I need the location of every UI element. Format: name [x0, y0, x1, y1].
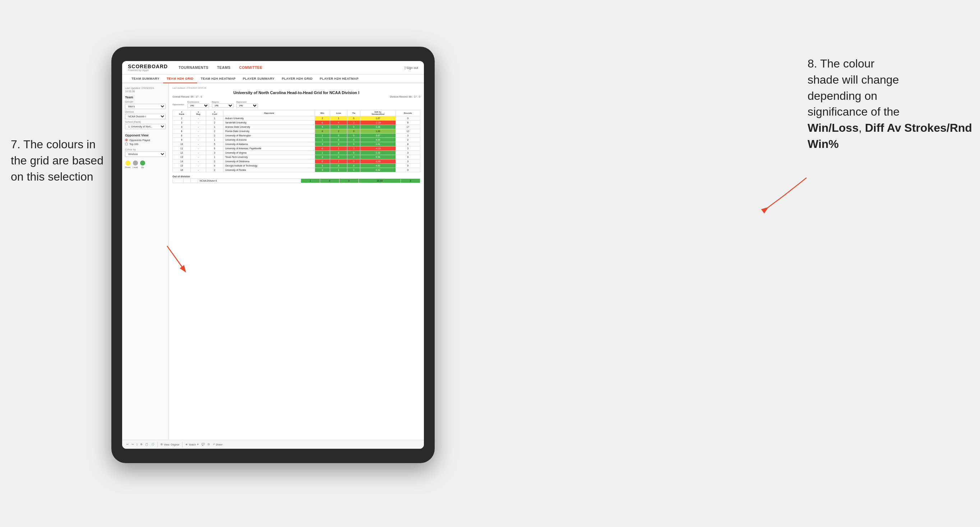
nav-committee[interactable]: COMMITTEE — [239, 64, 262, 71]
radio-top-100[interactable]: Top 100 — [125, 143, 165, 145]
cell-opponent: Vanderbilt University — [223, 121, 315, 125]
filter-row: Opponents: Conference (All) Region (All) — [172, 101, 420, 108]
cell-conf: 2 — [206, 121, 223, 125]
cell-rounds: 3 — [396, 151, 420, 155]
table-row: 13 - 1 Texas Tech University 3 0 0 5.56 … — [173, 155, 420, 159]
col-rank: #Rank — [173, 110, 191, 116]
nav-teams[interactable]: TEAMS — [217, 64, 231, 71]
division-record: Division Record: 88 - 17 - 0 — [390, 95, 420, 98]
annotation-right: 8. The colour shade will change dependin… — [808, 56, 973, 152]
cell-rank: 15 — [173, 164, 191, 168]
table-row: 15 - 4 Georgia Institute of Technology 5… — [173, 164, 420, 168]
cell-diff: 2.28 — [360, 125, 396, 129]
school-select[interactable]: 1. University of Nort... — [125, 124, 165, 129]
copy-icon[interactable]: ⧉ — [140, 443, 142, 446]
clock-icon[interactable]: 🕐 — [151, 443, 154, 446]
col-opponent: Opponent — [223, 110, 315, 116]
opponent-label: Opponent — [236, 101, 258, 103]
tab-player-h2h-grid[interactable]: PLAYER H2H GRID — [278, 75, 316, 83]
cell-loss: 0 — [330, 138, 347, 142]
cell-conf: 2 — [206, 129, 223, 133]
colour-by-select[interactable]: Win/loss — [125, 151, 165, 157]
cell-win: 1 — [315, 133, 330, 138]
cell-conf: 5 — [206, 142, 223, 146]
cell-opponent: University of Oklahoma — [223, 159, 315, 164]
redo-icon[interactable]: ↪ — [132, 443, 134, 446]
region-select[interactable]: (All) — [212, 103, 234, 108]
cell-rank: 3 — [173, 121, 191, 125]
layout-icon: ⊟ — [208, 443, 210, 446]
tab-player-summary[interactable]: PLAYER SUMMARY — [239, 75, 278, 83]
paste-icon[interactable]: 📋 — [145, 443, 148, 446]
comment-btn[interactable]: 💬 — [202, 443, 205, 446]
sign-out-link[interactable]: | Sign out — [404, 66, 418, 70]
legend-down: Down — [125, 160, 130, 168]
cell-reg: - — [191, 151, 206, 155]
cell-win: 3 — [315, 155, 330, 159]
col-rounds: Rounds — [396, 110, 420, 116]
cell-conf: 4 — [206, 164, 223, 168]
layout-btn[interactable]: ⊟ — [208, 443, 210, 446]
cell-diff: 3.67 — [360, 133, 396, 138]
share-btn[interactable]: ↗ Share — [213, 443, 223, 446]
cell-rounds: 3 — [396, 159, 420, 164]
opponent-filter: Opponent (All) — [236, 101, 258, 108]
forward-icon[interactable]: ⟩ — [137, 443, 138, 446]
main-nav: TOURNAMENTS TEAMS COMMITTEE — [178, 64, 262, 71]
tab-player-h2h-heatmap[interactable]: PLAYER H2H HEATMAP — [316, 75, 362, 83]
cell-loss: 1 — [330, 168, 347, 172]
cell-rounds: 9 — [396, 168, 420, 172]
cell-opponent: University of Washington — [223, 133, 315, 138]
division-select[interactable]: NCAA Division I — [125, 114, 165, 119]
logo-main-text: SCOREBOARD — [128, 64, 168, 69]
tab-team-h2h-grid[interactable]: TEAM H2H GRID — [163, 75, 197, 83]
view-original-btn[interactable]: ⊞ View: Original — [161, 443, 179, 446]
watch-btn[interactable]: 👁 Watch ▾ — [185, 443, 199, 446]
ood-rank — [173, 179, 184, 183]
table-row: 9 - 1 University of Arizona 1 0 0 9.00 2 — [173, 138, 420, 142]
cell-reg: - — [191, 121, 206, 125]
nav-tournaments[interactable]: TOURNAMENTS — [178, 64, 208, 71]
table-row: 10 - 5 University of Alabama 3 0 0 2.61 … — [173, 142, 420, 146]
annotation-left-line1: 7. The colours in — [11, 138, 95, 151]
annotation-right-3: depending on — [808, 89, 877, 102]
annotation-left-line2: the grid are based — [11, 154, 103, 167]
conference-select[interactable]: (All) — [188, 103, 209, 108]
ood-loss: 0 — [320, 179, 339, 183]
undo-icon[interactable]: ↩ — [126, 443, 129, 446]
ood-win: 1 — [301, 179, 320, 183]
cell-diff: 1.83 — [360, 129, 396, 133]
app-logo: SCOREBOARD Powered by clippd — [128, 64, 168, 71]
cell-win: 1 — [315, 138, 330, 142]
radio-opponents-played[interactable]: Opponents Played — [125, 138, 165, 141]
cell-loss: 0 — [330, 151, 347, 155]
cell-win: 4 — [315, 129, 330, 133]
cell-loss: 0 — [330, 164, 347, 168]
cell-tie: 0 — [347, 138, 360, 142]
cell-conf: 1 — [206, 116, 223, 121]
ood-tie: 0 — [339, 179, 358, 183]
cell-opponent: Georgia Institute of Technology — [223, 164, 315, 168]
cell-win: 0 — [315, 121, 330, 125]
tab-team-h2h-heatmap[interactable]: TEAM H2H HEATMAP — [197, 75, 239, 83]
tab-team-summary[interactable]: TEAM SUMMARY — [128, 75, 163, 83]
ood-reg — [184, 179, 191, 183]
opponent-view-radio-group: Opponents Played Top 100 — [125, 138, 165, 145]
cell-win: 3 — [315, 168, 330, 172]
share-icon: ↗ — [213, 443, 215, 446]
comment-icon: 💬 — [202, 443, 205, 446]
cell-tie: 0 — [347, 129, 360, 133]
cell-win: 0 — [315, 146, 330, 151]
cell-rank: 4 — [173, 125, 191, 129]
opponent-select[interactable]: (All) — [236, 103, 258, 108]
cell-tie: 0 — [347, 151, 360, 155]
gender-select[interactable]: Men's — [125, 104, 165, 109]
opponent-view-title: Opponent View — [125, 133, 165, 137]
cell-loss: 1 — [330, 116, 347, 121]
cell-tie: 0 — [347, 116, 360, 121]
ood-rounds: 3 — [401, 179, 420, 183]
cell-diff: -2.29 — [360, 121, 396, 125]
table-row: 8 - 2 University of Washington 1 0 0 3.6… — [173, 133, 420, 138]
cell-tie: 0 — [347, 159, 360, 164]
conference-filter: Conference (All) — [188, 101, 209, 108]
